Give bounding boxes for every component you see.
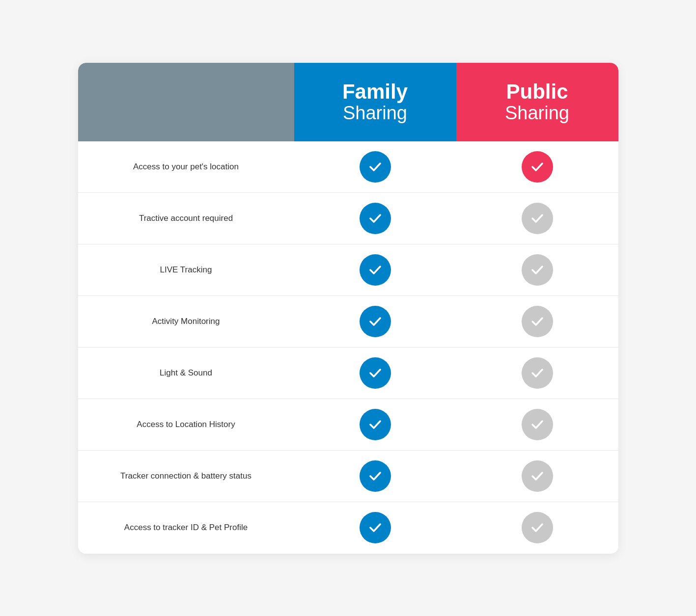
family-check-2 xyxy=(360,254,391,286)
checkmark-icon xyxy=(367,159,383,175)
family-check-6 xyxy=(360,460,391,492)
family-check-4 xyxy=(360,357,391,389)
family-cell-3 xyxy=(294,296,456,347)
checkmark-icon xyxy=(529,159,545,175)
public-cell-5 xyxy=(456,399,618,450)
family-sharing-header: Family Sharing xyxy=(294,63,456,141)
public-check-2 xyxy=(522,254,553,286)
table-row: Access to tracker ID & Pet Profile xyxy=(78,502,618,554)
public-cell-4 xyxy=(456,348,618,399)
family-cell-4 xyxy=(294,348,456,399)
row-label-7: Access to tracker ID & Pet Profile xyxy=(78,502,294,554)
checkmark-icon xyxy=(367,365,383,381)
row-label-2: LIVE Tracking xyxy=(78,244,294,295)
row-label-0: Access to your pet's location xyxy=(78,141,294,192)
public-check-1 xyxy=(522,203,553,234)
row-label-4: Light & Sound xyxy=(78,348,294,399)
header-empty-cell xyxy=(78,63,294,141)
table-row: Light & Sound xyxy=(78,348,618,399)
public-cell-3 xyxy=(456,296,618,347)
row-label-5: Access to Location History xyxy=(78,399,294,450)
family-check-3 xyxy=(360,306,391,337)
checkmark-icon xyxy=(367,520,383,536)
row-label-3: Activity Monitoring xyxy=(78,296,294,347)
public-check-7 xyxy=(522,512,553,543)
family-cell-7 xyxy=(294,502,456,554)
checkmark-icon xyxy=(529,211,545,226)
checkmark-icon xyxy=(367,211,383,226)
family-cell-2 xyxy=(294,244,456,295)
family-check-5 xyxy=(360,409,391,440)
table-row: LIVE Tracking xyxy=(78,244,618,296)
checkmark-icon xyxy=(367,468,383,484)
family-cell-6 xyxy=(294,451,456,502)
public-check-6 xyxy=(522,460,553,492)
table-row: Tracker connection & battery status xyxy=(78,451,618,502)
public-cell-6 xyxy=(456,451,618,502)
checkmark-icon xyxy=(367,417,383,432)
family-title-light: Sharing xyxy=(343,103,407,124)
public-title-light: Sharing xyxy=(505,103,569,124)
public-cell-7 xyxy=(456,502,618,554)
checkmark-icon xyxy=(367,314,383,329)
family-cell-1 xyxy=(294,193,456,244)
family-cell-0 xyxy=(294,141,456,192)
checkmark-icon xyxy=(367,262,383,278)
checkmark-icon xyxy=(529,468,545,484)
family-check-7 xyxy=(360,512,391,543)
checkmark-icon xyxy=(529,417,545,432)
family-title-bold: Family xyxy=(342,80,408,103)
public-check-4 xyxy=(522,357,553,389)
checkmark-icon xyxy=(529,262,545,278)
public-cell-0 xyxy=(456,141,618,192)
family-cell-5 xyxy=(294,399,456,450)
family-check-0 xyxy=(360,151,391,183)
comparison-table: Family Sharing Public Sharing Access to … xyxy=(78,63,618,554)
public-check-0 xyxy=(522,151,553,183)
row-label-1: Tractive account required xyxy=(78,193,294,244)
table-row: Tractive account required xyxy=(78,193,618,244)
checkmark-icon xyxy=(529,314,545,329)
table-row: Access to Location History xyxy=(78,399,618,451)
table-row: Activity Monitoring xyxy=(78,296,618,348)
family-check-1 xyxy=(360,203,391,234)
checkmark-icon xyxy=(529,365,545,381)
public-check-3 xyxy=(522,306,553,337)
public-title-bold: Public xyxy=(506,80,568,103)
checkmark-icon xyxy=(529,520,545,536)
table-row: Access to your pet's location xyxy=(78,141,618,193)
public-cell-2 xyxy=(456,244,618,295)
row-label-6: Tracker connection & battery status xyxy=(78,451,294,502)
public-cell-1 xyxy=(456,193,618,244)
table-body: Access to your pet's location Tractive a… xyxy=(78,141,618,554)
table-header: Family Sharing Public Sharing xyxy=(78,63,618,141)
public-sharing-header: Public Sharing xyxy=(456,63,618,141)
public-check-5 xyxy=(522,409,553,440)
